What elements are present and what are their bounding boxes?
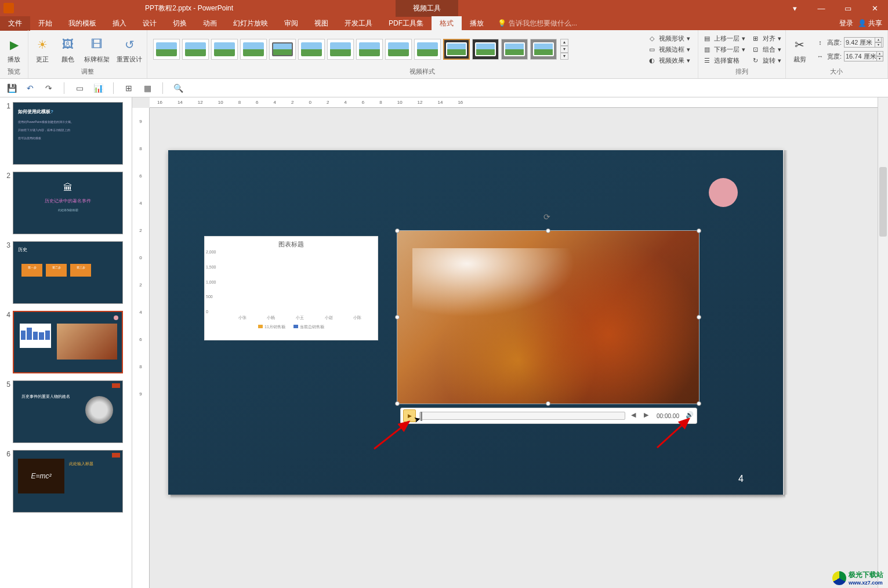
align-button[interactable]: ⊞对齐 ▾ bbox=[749, 34, 783, 43]
video-volume-button[interactable]: 🔊 bbox=[685, 411, 694, 420]
style-thumb-selected[interactable] bbox=[443, 39, 470, 60]
save-button[interactable]: 💾 bbox=[5, 81, 19, 95]
group-button[interactable]: ⊡组合 ▾ bbox=[749, 45, 783, 55]
tab-file[interactable]: 文件 bbox=[0, 16, 30, 31]
tab-developer[interactable]: 开发工具 bbox=[336, 16, 380, 31]
ribbon-group-arrange: ▤上移一层 ▾ ▥下移一层 ▾ ☰选择窗格 ⊞对齐 ▾ ⊡组合 ▾ ↻旋转 ▾ … bbox=[698, 30, 786, 78]
app-icon bbox=[3, 3, 14, 13]
style-thumb[interactable] bbox=[530, 39, 557, 60]
width-input[interactable]: 16.74 厘米▴▾ bbox=[844, 51, 883, 61]
embedded-chart[interactable]: 图表标题 2,0001,5001,0005000 小张小杨小王小赵小陈 11月销… bbox=[204, 236, 378, 340]
slide-thumbnails-panel[interactable]: 1 如何使用此模板? 使用此PowerPoint模板创建您的演示文稿。 开始在下… bbox=[0, 97, 132, 588]
share-button[interactable]: 👤 共享 bbox=[858, 19, 882, 28]
resize-handle[interactable] bbox=[395, 228, 400, 233]
bring-forward-button[interactable]: ▤上移一层 ▾ bbox=[701, 34, 747, 43]
style-thumb[interactable] bbox=[414, 39, 441, 60]
tab-view[interactable]: 视图 bbox=[306, 16, 336, 31]
tab-slideshow[interactable]: 幻灯片放映 bbox=[225, 16, 276, 31]
style-thumb[interactable] bbox=[385, 39, 412, 60]
poster-frame-button[interactable]: 🎞标牌框架 bbox=[82, 34, 112, 65]
video-control-bar[interactable]: ▶ ◀ ▶ 00:00.00 🔊 bbox=[400, 408, 697, 424]
canvas-area[interactable]: 4 图表标题 2,0001,5001,0005000 小张小杨小王小赵小陈 11… bbox=[150, 108, 878, 588]
effects-icon: ◐ bbox=[647, 56, 657, 64]
qat-btn-4[interactable]: ▦ bbox=[140, 81, 154, 95]
send-backward-button[interactable]: ▥下移一层 ▾ bbox=[701, 45, 747, 55]
slide-thumbnail-5[interactable]: 历史事件的重要人物的姓名 bbox=[13, 380, 123, 443]
slide-canvas[interactable]: 4 图表标题 2,0001,5001,0005000 小张小杨小王小赵小陈 11… bbox=[168, 150, 783, 495]
slide-thumbnail-2[interactable]: 🏛 历史记录中的著名事件 此处添加副标题 bbox=[13, 172, 123, 234]
redo-button[interactable]: ↷ bbox=[42, 81, 56, 95]
resize-handle[interactable] bbox=[697, 401, 701, 406]
vertical-scrollbar[interactable] bbox=[878, 97, 888, 588]
close-button[interactable]: ✕ bbox=[861, 0, 888, 16]
style-thumb[interactable] bbox=[327, 39, 354, 60]
resize-handle[interactable] bbox=[395, 401, 400, 406]
play-button[interactable]: ▶ 播放 bbox=[2, 34, 26, 65]
resize-handle[interactable] bbox=[546, 228, 550, 233]
style-thumb[interactable] bbox=[472, 39, 499, 60]
rotate-handle-icon[interactable]: ⟳ bbox=[543, 212, 550, 222]
style-thumb[interactable] bbox=[501, 39, 528, 60]
tab-playback[interactable]: 播放 bbox=[462, 16, 492, 31]
reset-design-button[interactable]: ↺重置设计 bbox=[114, 34, 144, 65]
resize-handle[interactable] bbox=[546, 401, 550, 406]
style-thumb[interactable] bbox=[240, 39, 267, 60]
tab-format[interactable]: 格式 bbox=[432, 16, 462, 31]
gallery-scroll[interactable]: ▴▾▾ bbox=[560, 39, 568, 60]
qat-btn-5[interactable]: 🔍 bbox=[171, 81, 185, 95]
video-effects-button[interactable]: ◐视频效果 ▾ bbox=[646, 56, 692, 66]
video-step-back-button[interactable]: ◀ bbox=[629, 411, 638, 420]
qat-btn-1[interactable]: ▭ bbox=[73, 81, 86, 95]
chart-legend: 11月销售额当前总销售额 bbox=[205, 321, 378, 330]
tab-review[interactable]: 审阅 bbox=[276, 16, 306, 31]
slide-editor[interactable]: 1614121086420246810121416 98642024689 4 … bbox=[132, 97, 888, 588]
video-step-fwd-button[interactable]: ▶ bbox=[641, 411, 651, 420]
style-thumb[interactable] bbox=[153, 39, 180, 60]
resize-handle[interactable] bbox=[395, 315, 400, 320]
selection-pane-button[interactable]: ☰选择窗格 bbox=[701, 56, 747, 66]
tell-me-search[interactable]: 💡 告诉我您想要做什么... bbox=[498, 19, 577, 28]
crop-button[interactable]: ✂裁剪 bbox=[788, 34, 811, 65]
rotate-button[interactable]: ↻旋转 ▾ bbox=[749, 56, 783, 66]
slide-thumbnail-6[interactable]: E=mc² 此处输入标题 bbox=[13, 450, 123, 513]
slide-thumbnail-4-selected[interactable] bbox=[13, 311, 123, 373]
ribbon-display-options[interactable]: ▾ bbox=[781, 0, 808, 16]
video-preview-image bbox=[397, 231, 699, 404]
restore-button[interactable]: ▭ bbox=[835, 0, 861, 16]
style-thumb[interactable] bbox=[211, 39, 238, 60]
video-style-gallery[interactable]: ▴▾▾ bbox=[150, 32, 572, 67]
slide-number: 2 bbox=[2, 172, 10, 234]
tab-animation[interactable]: 动画 bbox=[195, 16, 225, 31]
tab-templates[interactable]: 我的模板 bbox=[60, 16, 104, 31]
ribbon: ▶ 播放 预览 ☀更正 🖼颜色 🎞标牌框架 ↺重置设计 调整 bbox=[0, 30, 888, 79]
minimize-button[interactable]: — bbox=[808, 0, 835, 16]
resize-handle[interactable] bbox=[697, 228, 701, 233]
resize-handle[interactable] bbox=[697, 315, 701, 320]
slide-thumbnail-1[interactable]: 如何使用此模板? 使用此PowerPoint模板创建您的演示文稿。 开始在下方键… bbox=[13, 102, 123, 165]
tab-pdf[interactable]: PDF工具集 bbox=[380, 16, 432, 31]
style-thumb[interactable] bbox=[298, 39, 325, 60]
style-thumb[interactable] bbox=[356, 39, 383, 60]
video-placeholder-selected[interactable]: ⟳ bbox=[397, 230, 699, 404]
qat-btn-3[interactable]: ⊞ bbox=[122, 81, 136, 95]
video-seek-bar[interactable] bbox=[419, 412, 625, 420]
tab-transition[interactable]: 切换 bbox=[165, 16, 195, 31]
sign-in-link[interactable]: 登录 bbox=[839, 19, 853, 28]
corrections-button[interactable]: ☀更正 bbox=[31, 34, 54, 65]
vertical-ruler: 98642024689 bbox=[132, 108, 150, 588]
height-input[interactable]: 9.42 厘米▴▾ bbox=[844, 37, 883, 48]
undo-button[interactable]: ↶ bbox=[23, 81, 37, 95]
qat-btn-2[interactable]: 📊 bbox=[91, 81, 105, 95]
tab-insert[interactable]: 插入 bbox=[104, 16, 135, 31]
video-border-button[interactable]: ▭视频边框 ▾ bbox=[646, 45, 692, 55]
video-shape-button[interactable]: ◇视频形状 ▾ bbox=[646, 34, 692, 43]
slide-thumbnail-3[interactable]: 历史 第一步第二步第三步 bbox=[13, 241, 123, 304]
color-button[interactable]: 🖼颜色 bbox=[56, 34, 79, 65]
border-icon: ▭ bbox=[647, 45, 657, 53]
main-area: 1 如何使用此模板? 使用此PowerPoint模板创建您的演示文稿。 开始在下… bbox=[0, 97, 888, 588]
style-thumb[interactable] bbox=[182, 39, 209, 60]
tab-home[interactable]: 开始 bbox=[30, 16, 60, 31]
style-thumb[interactable] bbox=[269, 39, 296, 60]
chart-plot-area: 2,0001,5001,0005000 bbox=[205, 250, 378, 314]
tab-design[interactable]: 设计 bbox=[135, 16, 165, 31]
